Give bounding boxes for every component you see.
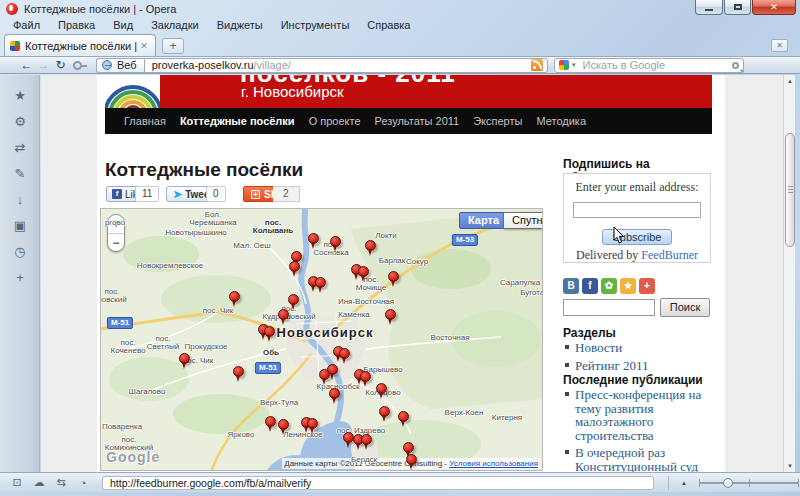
menu-item[interactable]: Файл	[4, 18, 49, 34]
map-marker[interactable]	[179, 353, 190, 364]
unite-icon[interactable]: ⇆	[50, 476, 72, 489]
road-badge: М-51	[107, 317, 133, 329]
map-marker[interactable]	[288, 294, 299, 305]
nav-item[interactable]: Результаты 2011	[368, 115, 467, 127]
menu-item[interactable]: Вид	[104, 18, 142, 34]
scroll-down-icon[interactable]: ▼	[784, 460, 796, 472]
map-marker[interactable]	[278, 309, 289, 320]
menu-item[interactable]: Правка	[49, 18, 104, 34]
map-marker[interactable]	[361, 434, 372, 445]
new-tab-button[interactable]: +	[162, 38, 184, 54]
map-marker[interactable]	[315, 277, 326, 288]
nav-item[interactable]: Коттеджные посёлки	[173, 115, 302, 127]
sidebar-post-link[interactable]: В очередной раз Конституционный суд разр…	[563, 446, 713, 472]
rewind-icon[interactable]	[73, 61, 82, 70]
map-marker[interactable]	[264, 326, 275, 337]
terms-of-use-link[interactable]: Условия использования	[449, 459, 538, 468]
map-type-satellite-button[interactable]: Спутник	[503, 212, 543, 229]
map-marker[interactable]	[385, 309, 396, 320]
nav-item[interactable]: Главная	[117, 115, 173, 127]
map-marker[interactable]	[379, 406, 390, 417]
search-input[interactable]	[581, 58, 732, 72]
downloads-icon[interactable]: ↓	[0, 189, 40, 211]
sidebar-link[interactable]: Новости	[563, 341, 713, 355]
nav-item[interactable]: О проекте	[302, 115, 368, 127]
menu-bar: ФайлПравкаВидЗакладкиВиджетыИнструментыС…	[4, 18, 419, 34]
map-marker[interactable]	[319, 369, 330, 380]
email-field[interactable]	[573, 202, 701, 218]
map-marker[interactable]	[289, 261, 300, 272]
feedburner-link[interactable]: FeedBurner	[641, 248, 698, 262]
nav-item[interactable]: Методика	[529, 115, 593, 127]
map-marker[interactable]	[360, 371, 371, 382]
zoom-slider[interactable]	[699, 482, 799, 484]
magnifier-icon[interactable]	[732, 62, 739, 69]
map-marker[interactable]	[398, 411, 409, 422]
add-panel-icon[interactable]: +	[0, 267, 40, 289]
menu-item[interactable]: Виджеты	[208, 18, 272, 34]
scrollbar-thumb[interactable]	[785, 133, 795, 247]
map-marker[interactable]	[365, 240, 376, 251]
opera-link-cloud-icon[interactable]: ☁	[28, 476, 50, 489]
web-dropdown-button[interactable]: Веб	[96, 58, 144, 73]
map-marker[interactable]	[278, 419, 289, 430]
notes-icon[interactable]: ✎	[0, 163, 40, 185]
map-zoom-out-button[interactable]: −	[108, 234, 124, 253]
minimize-button[interactable]	[695, 0, 723, 15]
zoom-slider-handle[interactable]	[723, 478, 733, 488]
map-type-map-button[interactable]: Карта	[459, 212, 508, 229]
close-button[interactable]: ✕	[752, 0, 796, 15]
map-marker[interactable]	[229, 291, 240, 302]
site-search-button[interactable]: Поиск	[660, 298, 710, 317]
map-marker[interactable]	[339, 348, 350, 359]
menu-item[interactable]: Закладки	[142, 18, 208, 34]
sidebar-link[interactable]: Рейтинг 2011	[563, 359, 713, 373]
map-marker[interactable]	[329, 388, 340, 399]
zoom-menu-icon[interactable]: ▲	[681, 480, 687, 486]
widgets-gear-icon[interactable]: ⚙	[0, 111, 40, 133]
map-marker[interactable]	[406, 454, 417, 465]
search-box[interactable]: ▼	[554, 58, 744, 73]
share-plus-icon[interactable]: +	[639, 278, 655, 294]
rss-feed-icon[interactable]	[531, 59, 543, 71]
maximize-button[interactable]	[724, 0, 751, 15]
closed-tabs-button[interactable]: ✕	[771, 39, 788, 52]
map-marker[interactable]	[233, 366, 244, 377]
star-favorites-icon[interactable]: ★	[620, 278, 636, 294]
scroll-up-icon[interactable]: ▲	[784, 75, 796, 87]
search-engine-dropdown-icon[interactable]: ▼	[571, 62, 577, 68]
map-marker[interactable]	[330, 236, 341, 247]
title-bar[interactable]: Коттеджные посёлки | - Opera ✕	[0, 0, 800, 18]
menu-item[interactable]: Справка	[358, 18, 419, 34]
opera-turbo-icon[interactable]: ◔	[72, 477, 94, 489]
extensions-icon[interactable]: ▣	[0, 215, 40, 237]
map-label: Мал. Оеш	[233, 242, 270, 250]
tab-active[interactable]: Коттеджные посёлки | ✕	[4, 34, 156, 56]
facebook-icon[interactable]: f	[582, 278, 598, 294]
map-marker[interactable]	[376, 383, 387, 394]
forward-button[interactable]: →	[35, 57, 52, 73]
map-marker[interactable]	[265, 416, 276, 427]
map-marker[interactable]	[307, 418, 318, 429]
vertical-scrollbar[interactable]: ▲ ▼	[783, 75, 795, 472]
map-label: Верх-Тула	[260, 399, 298, 407]
map-marker[interactable]	[308, 233, 319, 244]
map-marker[interactable]	[388, 271, 399, 282]
map-marker[interactable]	[358, 266, 369, 277]
history-clock-icon[interactable]: ◷	[0, 241, 40, 263]
back-button[interactable]: ←	[18, 57, 35, 73]
nav-item[interactable]: Эксперты	[466, 115, 529, 127]
unite-share-icon[interactable]: ⇄	[0, 137, 40, 159]
site-search-input[interactable]	[563, 299, 655, 316]
vkontakte-icon[interactable]: В	[563, 278, 579, 294]
menu-item[interactable]: Инструменты	[272, 18, 359, 34]
google-map[interactable]: + − Карта Спутник Google Данные карты ©2…	[100, 208, 543, 471]
address-field[interactable]: proverka-poselkov.ru/village/	[144, 58, 548, 73]
green-social-icon[interactable]: ✿	[601, 278, 617, 294]
bookmarks-star-icon[interactable]: ★	[0, 85, 40, 107]
panel-toggle-icon[interactable]: ⊡	[6, 476, 28, 489]
tab-close-icon[interactable]: ✕	[138, 40, 150, 52]
sidebar-post-link[interactable]: Пресс-конференция на тему развития малоэ…	[563, 388, 713, 442]
reload-button[interactable]: ↻	[52, 57, 69, 73]
map-marker[interactable]	[403, 442, 414, 453]
